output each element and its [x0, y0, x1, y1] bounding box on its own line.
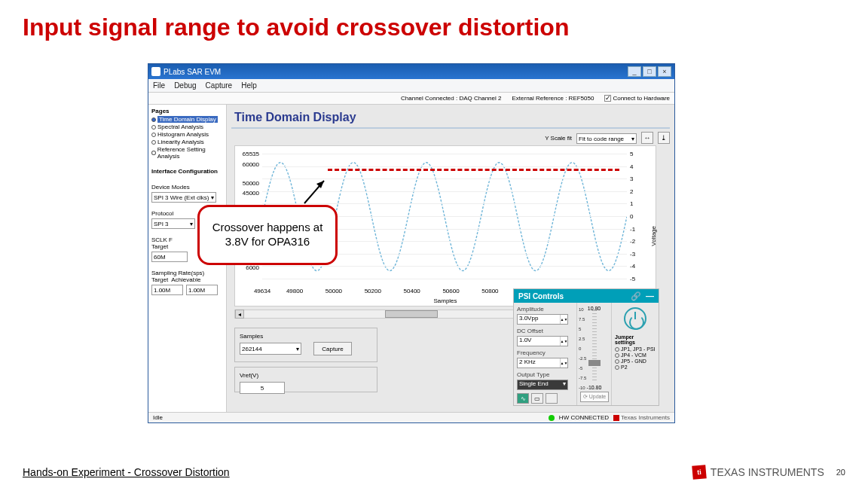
device-modes-label: Device Modes	[151, 184, 223, 191]
footer-link[interactable]: Hands-on Experiment - Crossover Distorti…	[23, 466, 230, 478]
samp-target-h: Target	[151, 276, 168, 283]
psi-dc-input[interactable]: 1.0V▲▼	[517, 336, 568, 346]
psi-update-button[interactable]: ⟳ Update	[580, 392, 609, 402]
jumper-item: JP4 - VCM	[615, 352, 656, 358]
status-idle: Idle	[153, 414, 163, 421]
info-extref: External Reference : REF5050	[512, 95, 594, 102]
psi-freq-label: Frequency	[517, 349, 573, 356]
ti-logo: ti TEXAS INSTRUMENTS	[692, 465, 824, 479]
menu-capture[interactable]: Capture	[206, 81, 233, 90]
target-input[interactable]: 60M	[151, 252, 188, 262]
psi-wave-square-icon[interactable]: ▭	[531, 393, 543, 404]
psi-wave-blank-icon[interactable]	[546, 393, 558, 404]
psi-amp-input[interactable]: 3.0Vpp▲▼	[517, 314, 568, 325]
ti-logo-small: Texas Instruments	[613, 414, 670, 421]
annotation-arrow-icon	[300, 176, 330, 206]
info-channel: Channel Connected : DAQ Channel 2	[401, 95, 501, 102]
main-title: Time Domain Display	[234, 111, 674, 124]
maximize-button[interactable]: □	[643, 66, 656, 77]
psi-minimize-icon[interactable]: —	[646, 291, 654, 301]
vref-input[interactable]: 5	[240, 382, 285, 394]
vref-panel: Vref(V) 5	[234, 367, 377, 392]
psi-out-select[interactable]: Single End	[517, 380, 568, 390]
menu-file[interactable]: File	[153, 81, 165, 90]
close-button[interactable]: ×	[658, 66, 671, 77]
menu-help[interactable]: Help	[241, 81, 257, 90]
psi-wave-sine-icon[interactable]: ∿	[517, 393, 529, 404]
psi-controls-panel: PSI Controls 🔗 — Amplitude 3.0Vpp▲▼	[513, 288, 659, 406]
vref-label: Vref(V)	[240, 372, 372, 379]
menubar: File Debug Capture Help	[148, 79, 674, 93]
protocol-select[interactable]: SPI 3	[151, 218, 195, 229]
crossover-callout: Crossover happens at 3.8V for OPA316	[197, 205, 338, 265]
info-bar: Channel Connected : DAQ Channel 2 Extern…	[148, 93, 674, 105]
status-hw: HW CONNECTED	[559, 414, 609, 421]
samp-ach-h: Achievable	[171, 276, 200, 283]
slide-title: Input signal range to avoid crossover di…	[23, 14, 845, 41]
crossover-threshold-line	[328, 169, 619, 171]
menu-debug[interactable]: Debug	[174, 81, 196, 90]
psi-freq-input[interactable]: 2 KHz▲▼	[517, 358, 568, 368]
capture-button[interactable]: Capture	[313, 342, 351, 355]
slider-bot-val: -10.80	[577, 385, 611, 390]
page-spectral[interactable]: Spectral Analysis	[151, 124, 223, 130]
page-refsetting[interactable]: Reference Setting Analysis	[151, 146, 223, 160]
samp-ach-input: 1.00M	[186, 285, 218, 295]
psi-slider[interactable]	[592, 310, 597, 383]
iface-heading: Interface Configuration	[151, 168, 223, 175]
zoom-reset-icon[interactable]: ↔	[641, 132, 653, 144]
yaxis-right-label: Voltage	[651, 226, 658, 246]
samples-panel: Samples 262144 Capture	[234, 328, 377, 362]
xaxis-label: Samples	[433, 297, 457, 304]
yscale-select[interactable]: Fit to code range	[576, 133, 637, 144]
export-icon[interactable]: ⤓	[658, 132, 670, 144]
psi-amp-label: Amplitude	[517, 306, 573, 313]
psi-out-label: Output Type	[517, 371, 573, 378]
page-histogram[interactable]: Histogram Analysis	[151, 131, 223, 138]
minimize-button[interactable]: _	[628, 66, 641, 77]
page-linearity[interactable]: Linearity Analysis	[151, 139, 223, 145]
psi-dc-label: DC Offset	[517, 328, 573, 334]
jumper-item: JP5 - GND	[615, 358, 656, 364]
pages-heading: Pages	[151, 108, 223, 114]
power-icon[interactable]	[624, 307, 646, 330]
jumper-item: JP1, JP3 - PSI	[615, 346, 656, 352]
samples-label: Samples	[240, 333, 372, 340]
status-bar: Idle HW CONNECTED Texas Instruments	[148, 412, 674, 422]
psi-title: PSI Controls	[518, 292, 564, 300]
titlebar: PLabs SAR EVM _ □ ×	[148, 64, 674, 79]
samples-select[interactable]: 262144	[240, 343, 301, 355]
device-modes-select[interactable]: SPI 3 Wire (Ext clks)	[151, 192, 216, 203]
jumper-heading: Jumper settings	[615, 334, 656, 345]
sampling-label: Sampling Rate(sps)	[151, 270, 223, 276]
page-number: 20	[836, 468, 845, 477]
samp-target-input[interactable]: 1.00M	[151, 285, 183, 295]
window-title: PLabs SAR EVM	[164, 68, 221, 76]
app-icon	[151, 67, 160, 76]
page-time-domain[interactable]: Time Domain Display	[151, 116, 223, 123]
link-icon[interactable]: 🔗	[631, 291, 641, 301]
scroll-left-icon[interactable]: ◂	[235, 310, 244, 319]
jumper-item: P2	[615, 364, 656, 370]
yscale-label: Y Scale fit	[545, 135, 572, 142]
status-dot-icon	[549, 415, 555, 421]
info-connect[interactable]: Connect to Hardware	[604, 95, 670, 102]
